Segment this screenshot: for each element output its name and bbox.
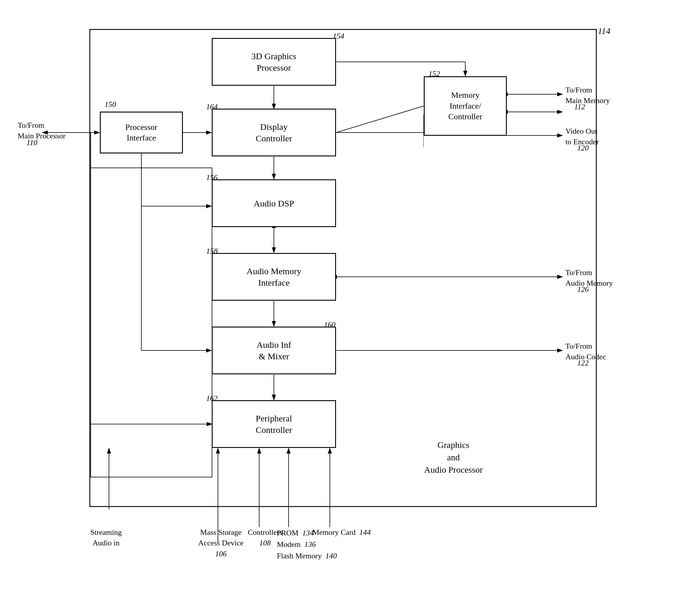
ref-106: 106 bbox=[215, 550, 227, 558]
memory-interface-block: Memory Interface/ Controller bbox=[424, 76, 506, 135]
peripheral-label: Peripheral Controller bbox=[256, 412, 292, 435]
to-from-main-memory-label: To/From Main Memory bbox=[565, 85, 610, 106]
ref-152: 152 bbox=[429, 69, 440, 78]
ref-156: 156 bbox=[206, 173, 218, 182]
ref-120: 120 bbox=[577, 144, 589, 153]
memory-interface-label: Memory Interface/ Controller bbox=[448, 90, 482, 122]
ref-162: 162 bbox=[206, 394, 218, 403]
audio-dsp-label: Audio DSP bbox=[254, 198, 294, 209]
peripheral-controller-block: Peripheral Controller bbox=[212, 400, 336, 448]
svg-rect-4 bbox=[90, 29, 596, 506]
processor-interface-block: Processor Interface bbox=[100, 112, 182, 153]
ref-modem: 136 bbox=[304, 540, 316, 549]
svg-rect-13 bbox=[91, 168, 212, 477]
proc-interface-label: Processor Interface bbox=[126, 122, 158, 143]
ref-114: 114 bbox=[598, 26, 610, 36]
ref-108: 108 bbox=[260, 539, 271, 547]
ref-158: 158 bbox=[206, 247, 218, 256]
ref-154: 154 bbox=[333, 32, 344, 41]
ref-126: 126 bbox=[577, 285, 589, 294]
display-controller-block: Display Controller bbox=[212, 109, 336, 156]
ref-memory-card: 144 bbox=[359, 528, 371, 536]
display-controller-label: Display Controller bbox=[256, 121, 292, 144]
ref-110: 110 bbox=[27, 138, 37, 147]
to-from-audio-memory-label: To/From Audio Memory bbox=[565, 267, 613, 289]
audio-memory-interface-block: Audio Memory Interface bbox=[212, 253, 336, 300]
ref-160: 160 bbox=[324, 321, 335, 329]
audio-inf-mixer-block: Audio Inf & Mixer bbox=[212, 327, 336, 374]
ref-flash: 140 bbox=[325, 552, 337, 560]
streaming-audio-label: Streaming Audio in bbox=[82, 527, 130, 549]
ref-150: 150 bbox=[104, 100, 116, 109]
memory-card-label: Memory Card 144 bbox=[312, 527, 371, 538]
graphics-audio-processor-label: Graphics and Audio Processor bbox=[424, 439, 483, 476]
audio-memory-label: Audio Memory Interface bbox=[246, 265, 301, 288]
audio-inf-label: Audio Inf & Mixer bbox=[257, 339, 291, 362]
3d-graphics-processor-block: 3D Graphics Processor bbox=[212, 38, 336, 86]
ref-164: 164 bbox=[206, 102, 218, 111]
3d-graphics-label: 3D Graphics Processor bbox=[252, 51, 296, 73]
svg-line-27 bbox=[336, 106, 424, 133]
ref-112: 112 bbox=[574, 102, 585, 111]
diagram-container: 3D Graphics Processor 154 Display Contro… bbox=[18, 12, 683, 583]
ref-122: 122 bbox=[577, 359, 589, 367]
audio-dsp-block: Audio DSP bbox=[212, 179, 336, 227]
to-from-main-processor-label: To/From Main Processor bbox=[18, 120, 65, 142]
